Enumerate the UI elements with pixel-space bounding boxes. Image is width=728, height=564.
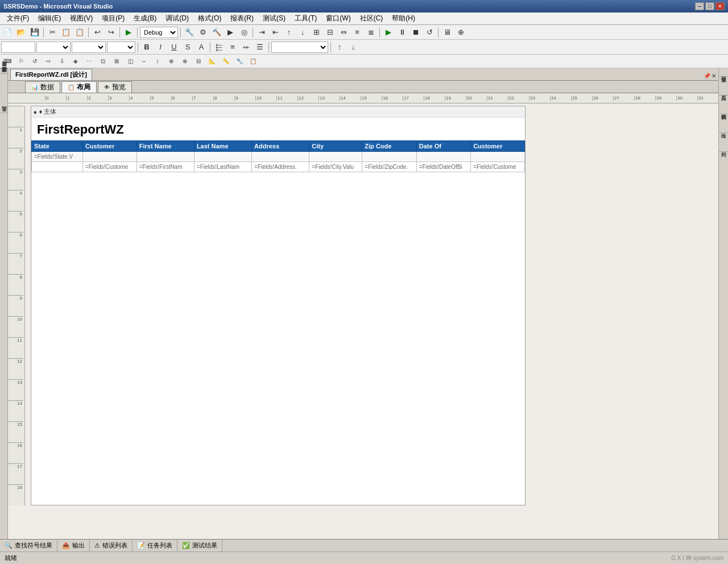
- tb4-9[interactable]: ⊞: [110, 55, 123, 68]
- tb-extra-1[interactable]: 🖥: [441, 26, 453, 39]
- tb-btn-8[interactable]: ↑: [283, 26, 295, 39]
- minimize-button[interactable]: ─: [695, 2, 704, 10]
- report-title[interactable]: FirstReportWZ: [31, 118, 525, 140]
- stop-btn[interactable]: ⏹: [410, 26, 422, 39]
- report-table[interactable]: State Customer First Name Last Name Addr…: [31, 140, 525, 172]
- paste-button[interactable]: 📋: [73, 26, 86, 39]
- tab-layout[interactable]: 📋 布局: [61, 81, 97, 93]
- cell-city-data[interactable]: =Fields!City.Valu: [309, 162, 362, 172]
- tb4-12[interactable]: ↕: [151, 55, 164, 68]
- cell-empty-1[interactable]: [82, 152, 136, 162]
- col-header-customer[interactable]: Customer: [82, 141, 136, 152]
- menu-test[interactable]: 测试(S): [258, 13, 290, 24]
- tab-preview[interactable]: 👁 预览: [98, 81, 132, 93]
- context-dropdown3[interactable]: [107, 42, 135, 53]
- col-header-state[interactable]: State: [32, 141, 83, 152]
- tb4-14[interactable]: ⊗: [179, 55, 191, 68]
- menu-report[interactable]: 报表(R): [226, 13, 258, 24]
- table-data-row[interactable]: =Fields!Custome =Fields!FirstNam =Fields…: [32, 162, 525, 172]
- cell-empty-2[interactable]: [136, 152, 194, 162]
- tb-btn-10[interactable]: ⊞: [310, 26, 322, 39]
- pause-btn[interactable]: ⏸: [396, 26, 408, 39]
- menu-view[interactable]: 视图(V): [65, 13, 97, 24]
- col-header-city[interactable]: City: [309, 141, 362, 152]
- cell-zip-data[interactable]: =Fields!ZipCode.: [362, 162, 416, 172]
- tb4-3[interactable]: ↺: [28, 55, 41, 68]
- bottom-tab-output[interactable]: 📤 输出: [57, 540, 90, 551]
- open-button[interactable]: 📂: [15, 26, 27, 39]
- tb-btn-9[interactable]: ↓: [296, 26, 309, 39]
- redo-button[interactable]: ↪: [105, 26, 117, 39]
- italic-btn[interactable]: I: [154, 41, 167, 53]
- cell-empty-7[interactable]: [416, 152, 470, 162]
- menu-community[interactable]: 社区(C): [355, 13, 388, 24]
- tb4-6[interactable]: ◈: [69, 55, 82, 68]
- right-sidebar-item-4[interactable]: 输出: [719, 126, 728, 133]
- save-button[interactable]: 💾: [28, 26, 41, 39]
- tb-btn-3[interactable]: 🔨: [210, 26, 223, 39]
- tb4-7[interactable]: ⋯: [83, 55, 96, 68]
- close-button[interactable]: ✕: [715, 2, 725, 10]
- tb4-8[interactable]: ⊡: [97, 55, 109, 68]
- underline-btn[interactable]: U: [168, 41, 180, 53]
- cell-empty-8[interactable]: [471, 152, 525, 162]
- tb-btn-12[interactable]: ⇔: [337, 26, 350, 39]
- cell-state-group[interactable]: =Fields!State.V: [32, 152, 83, 162]
- report-canvas[interactable]: ♦ ♦ 主体 FirstReportWZ State Customer: [31, 106, 526, 505]
- tb-extra-2[interactable]: ⊕: [454, 26, 467, 39]
- cell-lastname-data[interactable]: =Fields!LastNam: [194, 162, 251, 172]
- cell-customer2-data[interactable]: =Fields!Custome: [471, 162, 525, 172]
- right-sidebar-item-5[interactable]: 排列: [719, 144, 728, 152]
- align-justify-btn[interactable]: ☰: [254, 41, 266, 53]
- tb-btn-11[interactable]: ⊟: [324, 26, 336, 39]
- cell-empty-5[interactable]: [309, 152, 362, 162]
- cell-customer-data[interactable]: =Fields!Custome: [82, 162, 136, 172]
- tb4-5[interactable]: ⇩: [56, 55, 68, 68]
- tb-btn-7[interactable]: ⇤: [269, 26, 282, 39]
- cell-state-data[interactable]: [32, 162, 83, 172]
- tb4-16[interactable]: 📐: [206, 55, 218, 68]
- menu-tools[interactable]: 工具(T): [290, 13, 321, 24]
- tb-btn-1[interactable]: 🔧: [183, 26, 196, 39]
- col-header-date[interactable]: Date Of: [416, 141, 470, 152]
- tb4-2[interactable]: ⚐: [15, 55, 27, 68]
- cell-address-data[interactable]: =Fields!Address.: [252, 162, 309, 172]
- font-color-btn[interactable]: A: [195, 41, 208, 53]
- context-dropdown[interactable]: [36, 42, 71, 53]
- sidebar-item-toolbox[interactable]: 工具箱: [0, 113, 7, 118]
- align-right-btn[interactable]: ⬰: [240, 41, 253, 53]
- tb3-1[interactable]: ↑: [333, 41, 346, 53]
- tb4-19[interactable]: 📋: [247, 55, 259, 68]
- tb-btn-4[interactable]: ▶: [224, 26, 237, 39]
- tb4-15[interactable]: ⊟: [192, 55, 205, 68]
- col-header-zip[interactable]: Zip Code: [362, 141, 416, 152]
- align-center-btn[interactable]: ≡: [226, 41, 239, 53]
- bold-btn[interactable]: B: [140, 41, 153, 53]
- align-left-btn[interactable]: ⬱: [213, 41, 225, 53]
- sidebar-item-solution[interactable]: 解决方案: [0, 68, 7, 73]
- menu-debug[interactable]: 调试(D): [161, 13, 193, 24]
- menu-file[interactable]: 文件(F): [2, 13, 34, 24]
- bottom-tab-find[interactable]: 🔍 查找符号结果: [0, 540, 57, 551]
- strike-btn[interactable]: S: [181, 41, 194, 53]
- run-button[interactable]: ▶: [122, 26, 135, 39]
- bottom-tab-tasks[interactable]: 📝 任务列表: [133, 540, 177, 551]
- cell-empty-4[interactable]: [252, 152, 309, 162]
- new-button[interactable]: 📄: [1, 26, 14, 39]
- tb4-10[interactable]: ◫: [124, 55, 136, 68]
- copy-button[interactable]: 📋: [60, 26, 72, 39]
- cell-date-data[interactable]: =Fields!DateOfBi: [416, 162, 470, 172]
- undo-button[interactable]: ↩: [91, 26, 104, 39]
- tb-btn-14[interactable]: ≣: [365, 26, 377, 39]
- tb4-1[interactable]: ⌨: [1, 55, 14, 68]
- document-tab[interactable]: FirstReportWZ.rdl [设计]: [10, 69, 92, 80]
- start-debug-btn[interactable]: ▶: [382, 26, 395, 39]
- col-header-address[interactable]: Address: [252, 141, 309, 152]
- restart-btn[interactable]: ↺: [423, 26, 436, 39]
- tb4-4[interactable]: ⇨: [42, 55, 55, 68]
- tab-pin-icon[interactable]: 📌: [704, 73, 710, 79]
- context-dropdown2[interactable]: [72, 42, 106, 53]
- right-sidebar-item-1[interactable]: 属性窗口: [719, 69, 728, 77]
- tb-btn-6[interactable]: ⇥: [255, 26, 268, 39]
- tb4-18[interactable]: 🔧: [233, 55, 246, 68]
